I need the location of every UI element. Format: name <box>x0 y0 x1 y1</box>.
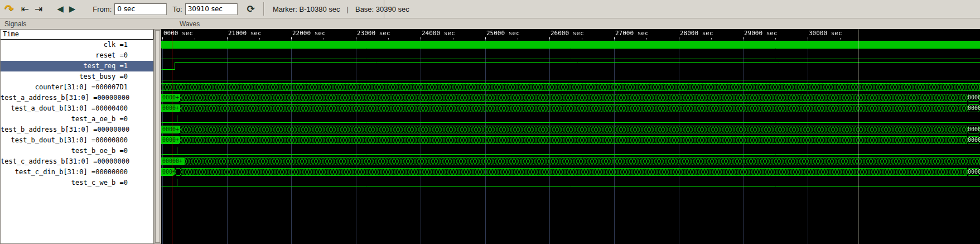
signal-label: counter[31:0] =000007D1 <box>35 83 128 91</box>
signal-label: test_a_oe_b =0 <box>71 115 128 123</box>
signal-label: test_c_din_b[31:0] =00000000 <box>15 168 128 176</box>
signal-row[interactable]: test_a_address_b[31:0] =00000000 <box>1 93 153 103</box>
shift-right-button[interactable]: ▶ <box>67 2 78 16</box>
signal-row[interactable]: test_c_we_b =0 <box>1 178 153 188</box>
signal-label: test_busy =0 <box>79 73 128 80</box>
base-readout: Base: 30390 sec <box>355 5 409 13</box>
signal-row[interactable]: test_c_address_b[31:0] =00000000 <box>1 156 153 167</box>
to-time-input[interactable] <box>185 3 238 15</box>
signal-row[interactable]: test_a_oe_b =0 <box>1 114 153 125</box>
signal-label: test_b_address_b[31:0] =00000000 <box>1 126 129 133</box>
signal-row[interactable]: test_b_oe_b =0 <box>1 146 153 156</box>
signals-frame-label: Signals <box>4 20 26 28</box>
scrollbar-thumb[interactable] <box>155 30 160 243</box>
signals-panel: Time clk =1 reset =0 test_req =1 test_bu… <box>0 29 154 244</box>
toolbar-separator <box>263 2 264 16</box>
time-header: Time <box>1 30 153 40</box>
toolbar: ↷ ⇤ ⇥ ◀ ▶ From: To: ⟳ Marker: B-10380 se… <box>0 0 980 18</box>
signal-label: test_req =1 <box>84 62 128 70</box>
signal-label: test_b_dout_b[31:0] =00000800 <box>11 136 128 144</box>
toolbar-spacer <box>78 9 87 9</box>
signal-row[interactable]: test_b_dout_b[31:0] =00000800 <box>1 135 153 146</box>
toolbar-spacer <box>45 9 54 9</box>
waves-panel[interactable] <box>161 29 980 244</box>
signal-row[interactable]: test_req =1 <box>1 61 153 71</box>
shift-left-button[interactable]: ◀ <box>55 2 65 16</box>
waves-frame-label: Waves <box>180 20 200 28</box>
signal-label: reset =0 <box>95 51 128 59</box>
signal-label: test_b_oe_b =0 <box>71 147 128 155</box>
from-time-input[interactable] <box>114 3 167 15</box>
signal-list: clk =1 reset =0 test_req =1 test_busy =0… <box>1 40 153 188</box>
marker-base-divider: | <box>347 5 349 13</box>
marker-readout: Marker: B-10380 sec <box>273 5 340 13</box>
jump-to-end-button[interactable]: ⇥ <box>33 2 44 16</box>
signal-label: test_c_we_b =0 <box>71 179 128 186</box>
from-label: From: <box>93 5 112 13</box>
signal-row[interactable]: counter[31:0] =000007D1 <box>1 82 153 93</box>
signal-label: test_a_address_b[31:0] =00000000 <box>1 94 129 102</box>
main-content: Time clk =1 reset =0 test_req =1 test_bu… <box>0 29 980 244</box>
reload-icon[interactable]: ⟳ <box>245 2 257 16</box>
signal-label: test_c_address_b[31:0] =00000000 <box>1 157 129 165</box>
waveform-canvas[interactable] <box>161 29 980 244</box>
yellow-arrow-icon: ↷ <box>4 2 14 16</box>
signal-label: test_a_dout_b[31:0] =00000400 <box>11 104 128 112</box>
signal-row[interactable]: test_c_din_b[31:0] =00000000 <box>1 167 153 178</box>
signal-label: clk =1 <box>104 41 128 49</box>
frame-label-bar: Signals Waves <box>0 18 980 29</box>
signal-row[interactable]: test_busy =0 <box>1 71 153 82</box>
to-label: To: <box>172 5 182 13</box>
signals-scrollbar[interactable] <box>154 29 161 244</box>
signal-row[interactable]: test_b_address_b[31:0] =00000000 <box>1 125 153 135</box>
signal-row[interactable]: test_a_dout_b[31:0] =00000400 <box>1 103 153 114</box>
jump-to-start-button[interactable]: ⇤ <box>20 2 31 16</box>
signal-row[interactable]: reset =0 <box>1 50 153 61</box>
signal-row[interactable]: clk =1 <box>1 40 153 50</box>
